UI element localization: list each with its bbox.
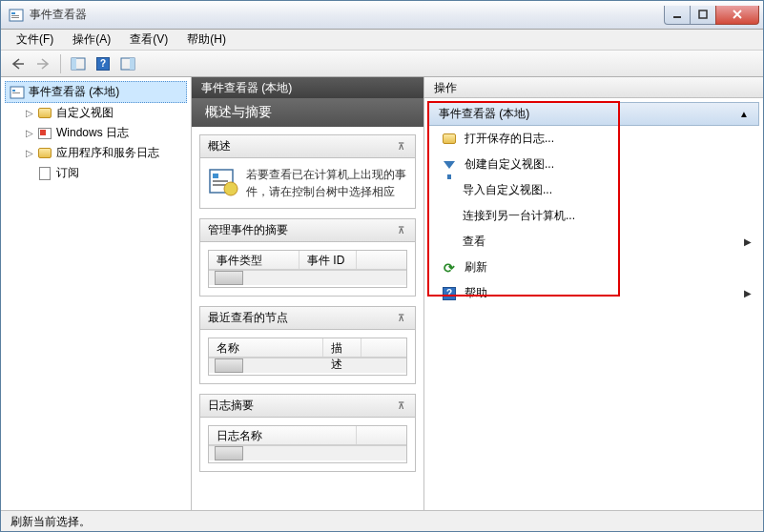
action-import-custom-view[interactable]: 导入自定义视图... bbox=[428, 177, 759, 203]
recent-nodes-title: 最近查看的节点 bbox=[208, 310, 288, 326]
log-summary-list[interactable]: 日志名称 bbox=[208, 425, 407, 463]
menu-help[interactable]: 帮助(H) bbox=[179, 30, 234, 50]
detail-pane: 事件查看器 (本地) 概述与摘要 概述 ⊼ 若要查看已在计算机上出现的事件，请在… bbox=[192, 77, 424, 510]
actions-body: 事件查看器 (本地) ▲ 打开保存的日志... 创建自定义视图... 导入自定义… bbox=[424, 98, 763, 510]
menu-view[interactable]: 查看(V) bbox=[122, 30, 176, 50]
action-help-submenu[interactable]: ? 帮助 ▶ bbox=[428, 280, 759, 306]
admin-events-list[interactable]: 事件类型 事件 ID bbox=[208, 250, 407, 288]
svg-rect-5 bbox=[699, 10, 707, 18]
menu-action[interactable]: 操作(A) bbox=[65, 30, 118, 50]
toolbar: ? bbox=[1, 51, 763, 77]
expander-icon[interactable]: ▷ bbox=[24, 128, 35, 139]
svg-rect-2 bbox=[11, 15, 19, 16]
action-label: 查看 bbox=[463, 234, 485, 250]
content-area: 事件查看器 (本地) ▷ 自定义视图 ▷ Windows 日志 ▷ 应用程序和服… bbox=[1, 77, 763, 510]
svg-rect-7 bbox=[72, 58, 76, 70]
actions-section-label: 事件查看器 (本地) bbox=[439, 106, 529, 122]
action-label: 打开保存的日志... bbox=[465, 131, 554, 147]
submenu-arrow-icon: ▶ bbox=[744, 288, 752, 298]
expander-icon[interactable]: ▷ bbox=[24, 108, 35, 119]
detail-header: 事件查看器 (本地) bbox=[192, 77, 423, 98]
svg-rect-12 bbox=[12, 92, 20, 93]
collapse-icon[interactable]: ⊼ bbox=[395, 225, 407, 235]
app-icon bbox=[9, 8, 24, 23]
action-label: 创建自定义视图... bbox=[465, 156, 554, 173]
horizontal-scrollbar[interactable] bbox=[209, 270, 406, 285]
svg-rect-3 bbox=[11, 17, 19, 18]
action-view-submenu[interactable]: 查看 ▶ bbox=[428, 229, 759, 255]
action-label: 连接到另一台计算机... bbox=[463, 208, 575, 224]
tree-label: Windows 日志 bbox=[56, 125, 129, 141]
tree-custom-views[interactable]: ▷ 自定义视图 bbox=[20, 103, 187, 123]
tree-windows-logs[interactable]: ▷ Windows 日志 bbox=[20, 123, 187, 143]
folder-icon bbox=[37, 106, 52, 121]
col-event-type[interactable]: 事件类型 bbox=[209, 251, 299, 269]
action-label: 刷新 bbox=[465, 259, 487, 276]
toolbar-separator bbox=[60, 54, 61, 73]
detail-body: 概述 ⊼ 若要查看已在计算机上出现的事件，请在控制台树中选择相应 bbox=[192, 127, 423, 510]
log-summary-title: 日志摘要 bbox=[208, 398, 254, 414]
refresh-icon: ⟳ bbox=[442, 260, 457, 276]
actions-section-title: 事件查看器 (本地) ▲ bbox=[428, 102, 759, 126]
action-open-saved-log[interactable]: 打开保存的日志... bbox=[428, 126, 759, 152]
action-refresh[interactable]: ⟳ 刷新 bbox=[428, 255, 759, 280]
col-log-name[interactable]: 日志名称 bbox=[209, 426, 357, 444]
tree-app-service-logs[interactable]: ▷ 应用程序和服务日志 bbox=[20, 143, 187, 163]
back-button[interactable] bbox=[7, 53, 30, 74]
statusbar: 刷新当前选择。 bbox=[1, 510, 763, 531]
recent-nodes-group: 最近查看的节点 ⊼ 名称 描述 bbox=[199, 306, 416, 384]
col-desc[interactable]: 描述 bbox=[323, 338, 361, 357]
section-chevron-icon[interactable]: ▲ bbox=[739, 109, 749, 119]
overview-text: 若要查看已在计算机上出现的事件，请在控制台树中选择相应 bbox=[246, 166, 407, 200]
expander-spacer bbox=[24, 168, 35, 179]
collapse-icon[interactable]: ⊼ bbox=[395, 400, 407, 411]
overview-icon bbox=[208, 166, 238, 196]
overview-group: 概述 ⊼ 若要查看已在计算机上出现的事件，请在控制台树中选择相应 bbox=[199, 134, 416, 209]
actions-pane: 操作 事件查看器 (本地) ▲ 打开保存的日志... 创建自定义视图... 导入… bbox=[424, 77, 763, 510]
summary-title: 概述与摘要 bbox=[192, 98, 423, 127]
maximize-button[interactable] bbox=[690, 6, 716, 25]
tree-root-label: 事件查看器 (本地) bbox=[29, 84, 119, 100]
action-connect-computer[interactable]: 连接到另一台计算机... bbox=[428, 203, 759, 229]
tree-label: 自定义视图 bbox=[56, 105, 114, 121]
collapse-icon[interactable]: ⊼ bbox=[395, 141, 407, 152]
tree-subscriptions[interactable]: 订阅 bbox=[20, 163, 187, 183]
close-button[interactable] bbox=[715, 6, 759, 25]
help-icon: ? bbox=[96, 57, 110, 71]
menu-file[interactable]: 文件(F) bbox=[9, 30, 61, 50]
admin-events-header: 管理事件的摘要 ⊼ bbox=[200, 219, 415, 242]
horizontal-scrollbar[interactable] bbox=[209, 358, 406, 373]
forward-button[interactable] bbox=[31, 53, 54, 74]
expander-icon[interactable]: ▷ bbox=[24, 148, 35, 159]
col-name[interactable]: 名称 bbox=[209, 338, 323, 357]
svg-rect-15 bbox=[213, 180, 228, 182]
tree-root[interactable]: 事件查看器 (本地) bbox=[5, 81, 187, 103]
overview-title: 概述 bbox=[208, 138, 231, 154]
log-summary-group: 日志摘要 ⊼ 日志名称 bbox=[199, 394, 416, 472]
tree-pane: 事件查看器 (本地) ▷ 自定义视图 ▷ Windows 日志 ▷ 应用程序和服… bbox=[1, 77, 192, 510]
svg-rect-11 bbox=[12, 90, 15, 92]
folder-open-icon bbox=[442, 132, 457, 147]
help-button[interactable]: ? bbox=[92, 53, 114, 74]
admin-events-group: 管理事件的摘要 ⊼ 事件类型 事件 ID bbox=[199, 218, 416, 297]
recent-nodes-header: 最近查看的节点 ⊼ bbox=[200, 307, 415, 330]
funnel-icon bbox=[442, 157, 457, 173]
collapse-icon[interactable]: ⊼ bbox=[395, 313, 407, 323]
subscription-icon bbox=[37, 166, 52, 181]
admin-events-title: 管理事件的摘要 bbox=[208, 222, 288, 238]
minimize-button[interactable] bbox=[664, 6, 691, 25]
col-event-id[interactable]: 事件 ID bbox=[299, 251, 357, 269]
svg-rect-4 bbox=[673, 16, 681, 18]
action-label: 导入自定义视图... bbox=[463, 182, 552, 198]
show-actions-button[interactable] bbox=[116, 53, 139, 74]
actions-header: 操作 bbox=[424, 77, 763, 98]
show-tree-button[interactable] bbox=[67, 53, 90, 74]
titlebar: 事件查看器 bbox=[1, 1, 763, 30]
action-create-custom-view[interactable]: 创建自定义视图... bbox=[428, 152, 759, 177]
horizontal-scrollbar[interactable] bbox=[209, 445, 406, 460]
recent-nodes-list[interactable]: 名称 描述 bbox=[208, 338, 407, 376]
event-viewer-icon bbox=[10, 85, 25, 100]
status-text: 刷新当前选择。 bbox=[10, 515, 91, 528]
action-label: 帮助 bbox=[465, 285, 487, 301]
folder-icon bbox=[37, 146, 52, 161]
